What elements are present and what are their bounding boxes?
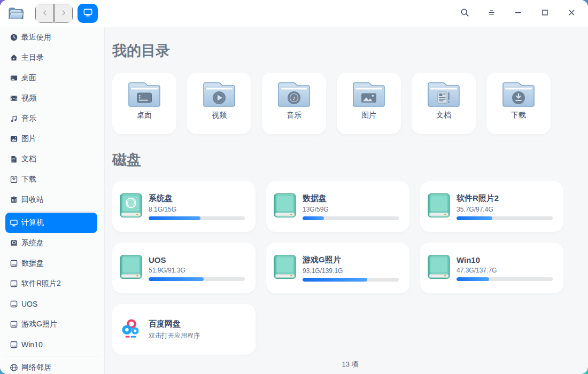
search-button[interactable] — [455, 4, 474, 22]
sidebar-item-uos[interactable]: UOS — [5, 294, 97, 314]
close-button[interactable] — [562, 4, 581, 22]
system-drive-icon — [119, 193, 143, 221]
sidebar-item-documents[interactable]: 文档 — [5, 149, 97, 169]
disk-name: 数据盘 — [303, 193, 399, 204]
close-icon — [567, 8, 576, 19]
folder-documents-icon — [426, 73, 461, 111]
disk-grid: 系统盘8.1G/15G数据盘13G/59G软件R照片235.7G/97.4GUO… — [112, 181, 563, 355]
drive-icon — [273, 254, 297, 282]
disk-card-data-disk[interactable]: 数据盘13G/59G — [266, 181, 409, 232]
sidebar-item-label: 文档 — [21, 154, 36, 164]
computer-icon — [10, 219, 18, 227]
main-panel: 我的目录 桌面视频♪音乐图片文档下载 磁盘 系统盘8.1G/15G数据盘13G/… — [105, 27, 588, 374]
back-button[interactable] — [35, 4, 54, 23]
disk-system-icon — [10, 239, 18, 247]
disk-icon — [10, 340, 18, 349]
forward-button[interactable] — [54, 4, 73, 23]
disks-title: 磁盘 — [112, 152, 588, 168]
sidebar-item-label: 视频 — [21, 94, 36, 103]
sidebar-item-label: 桌面 — [21, 73, 36, 83]
sidebar-item-label: 系统盘 — [21, 238, 44, 248]
disk-card-game-g-photos[interactable]: 游戏G照片93.1G/139.1G — [266, 243, 409, 293]
disk-card-system-disk[interactable]: 系统盘8.1G/15G — [112, 181, 256, 232]
disk-name: 系统盘 — [149, 193, 245, 204]
document-icon — [10, 155, 18, 163]
sidebar-item-desktop[interactable]: 桌面 — [5, 68, 97, 88]
folder-card-downloads[interactable]: 下载 — [486, 73, 551, 134]
sidebar-item-label: UOS — [21, 300, 37, 308]
disk-usage-progressbar — [457, 277, 553, 281]
sidebar-item-label: Win10 — [21, 340, 43, 349]
sidebar-item-downloads[interactable]: 下载 — [5, 169, 97, 190]
disk-name: 游戏G照片 — [303, 255, 399, 265]
drive-icon — [427, 254, 451, 282]
folder-card-pictures[interactable]: 图片 — [337, 73, 401, 134]
file-manager-app-icon — [7, 5, 25, 22]
drive-icon — [427, 193, 451, 221]
sidebar-item-trash[interactable]: 回收站 — [5, 190, 97, 210]
disk-card-uos[interactable]: UOS51.9G/91.3G — [112, 243, 256, 293]
sidebar-item-game-g-photos[interactable]: 游戏G照片 — [5, 314, 97, 334]
disk-subtitle: 双击打开应用程序 — [149, 331, 200, 340]
titlebar — [0, 0, 588, 27]
disk-usage-progressbar — [303, 216, 399, 220]
disk-icon — [10, 300, 18, 308]
disk-usage-progressbar — [303, 278, 399, 282]
sidebar-item-network-neighbors[interactable]: 网络邻居 — [5, 357, 97, 374]
sidebar-item-data-disk[interactable]: 数据盘 — [5, 253, 97, 274]
sidebar-item-pictures[interactable]: 图片 — [5, 129, 97, 149]
clock-icon — [10, 33, 18, 42]
folder-card-desktop[interactable]: 桌面 — [112, 73, 176, 134]
home-icon — [10, 53, 18, 62]
image-icon — [10, 135, 18, 143]
folder-downloads-icon — [501, 73, 536, 111]
maximize-button[interactable] — [536, 4, 554, 22]
disk-card-win10[interactable]: Win1047.3G/137.7G — [420, 243, 563, 293]
menu-button[interactable] — [482, 4, 500, 22]
sidebar-item-software-r-photos2[interactable]: 软件R照片2 — [5, 274, 97, 294]
sidebar-item-home-dir[interactable]: 主目录 — [5, 48, 97, 68]
disk-usage-text: 8.1G/15G — [149, 206, 245, 213]
sidebar-item-recent-used[interactable]: 最近使用 — [5, 27, 97, 48]
sidebar-item-computer[interactable]: 计算机 — [5, 213, 97, 233]
sidebar-item-label: 回收站 — [21, 195, 44, 205]
chevron-left-icon — [41, 9, 49, 19]
disk-usage-text: 47.3G/137.7G — [457, 267, 553, 274]
menu-icon — [487, 8, 496, 19]
disk-card-software-r-photos2[interactable]: 软件R照片235.7G/97.4G — [420, 181, 563, 232]
disk-usage-text: 93.1G/139.1G — [303, 267, 399, 275]
my-directories-title: 我的目录 — [112, 43, 588, 59]
folder-card-music[interactable]: ♪音乐 — [262, 73, 326, 134]
sidebar-item-label: 下载 — [21, 175, 36, 184]
sidebar-item-label: 计算机 — [21, 218, 44, 228]
sidebar-item-videos[interactable]: 视频 — [5, 88, 97, 108]
sidebar: 最近使用主目录桌面视频音乐图片文档下载回收站计算机系统盘数据盘软件R照片2UOS… — [0, 27, 105, 374]
folder-card-label: 文档 — [436, 111, 451, 120]
folder-card-label: 音乐 — [287, 111, 301, 120]
trash-icon — [10, 196, 18, 204]
disk-icon — [10, 320, 18, 329]
sidebar-item-system-disk[interactable]: 系统盘 — [5, 233, 97, 253]
folder-card-videos[interactable]: 视频 — [187, 73, 251, 134]
folder-card-label: 视频 — [212, 111, 227, 120]
baidu-netdisk-icon — [119, 317, 143, 342]
minimize-button[interactable] — [509, 4, 527, 22]
disk-usage-text: 51.9G/91.3G — [149, 267, 245, 274]
folder-card-label: 下载 — [511, 111, 526, 120]
folder-card-documents[interactable]: 文档 — [412, 73, 476, 134]
disk-card-baidu-netdisk[interactable]: 百度网盘双击打开应用程序 — [112, 304, 256, 355]
disk-name: UOS — [149, 255, 245, 264]
disk-name: 百度网盘 — [149, 319, 200, 329]
sidebar-item-win10[interactable]: Win10 — [5, 334, 97, 355]
globe-icon — [10, 363, 18, 372]
disk-usage-text: 35.7G/97.4G — [457, 206, 553, 213]
svg-text:♪: ♪ — [292, 95, 296, 101]
sidebar-item-music[interactable]: 音乐 — [5, 108, 97, 129]
disk-icon — [10, 259, 18, 268]
sidebar-item-label: 图片 — [21, 134, 36, 144]
chevron-right-icon — [59, 9, 68, 19]
drive-icon — [119, 254, 143, 282]
disk-name: 软件R照片2 — [457, 193, 553, 204]
computer-view-button[interactable] — [78, 4, 98, 23]
sidebar-item-label: 游戏G照片 — [21, 320, 57, 329]
